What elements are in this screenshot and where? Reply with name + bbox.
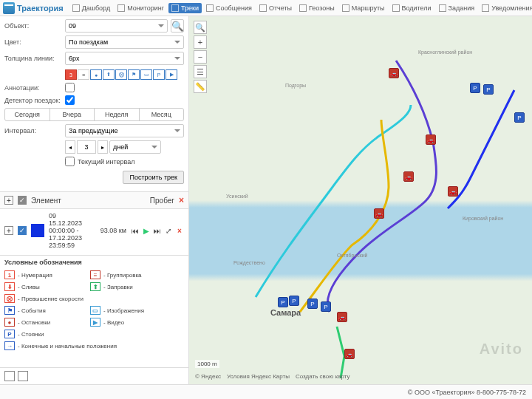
nav-notifications[interactable]: Уведомления [479, 3, 532, 13]
legend-icon: ⚑ [4, 306, 15, 315]
tab-today[interactable]: Сегодня [5, 109, 50, 120]
interval-decrease-button[interactable]: ◂ [65, 140, 75, 154]
logo: Траектория [3, 2, 64, 14]
watermark: Avito [480, 341, 523, 358]
parking-marker[interactable]: P [321, 301, 331, 312]
marker-toggle-speed[interactable]: ⨂ [115, 69, 127, 80]
legend-label: - Стоянки [18, 331, 44, 338]
build-track-button[interactable]: Построить трек [123, 171, 184, 184]
yandex-terms-link[interactable]: Условия Яндекс Карты [227, 373, 290, 380]
marker-toggle-grouping[interactable]: ≡ [78, 69, 89, 80]
legend-item: ≡- Группировка [90, 270, 171, 279]
nav-geozones[interactable]: Геозоны [296, 3, 338, 13]
object-search-button[interactable]: 🔍 [171, 19, 184, 33]
legend-item: 1- Нумерация [4, 270, 86, 279]
expand-all-button[interactable]: + [4, 196, 13, 205]
car-marker[interactable]: 🚗 [426, 134, 436, 145]
track-next-button[interactable]: ⏭ [153, 226, 162, 235]
parking-marker[interactable]: P [307, 299, 318, 309]
marker-toggle-images[interactable]: ▭ [140, 69, 152, 80]
legend-icon: ≡ [90, 270, 100, 279]
car-marker[interactable]: 🚗 [403, 171, 414, 182]
track-distance: 93.08 км [100, 227, 126, 234]
tab-month[interactable]: Месяц [140, 109, 184, 120]
marker-toggle-refuel[interactable]: ⬆ [103, 69, 115, 80]
current-interval-checkbox[interactable] [65, 157, 75, 166]
track-checkbox[interactable]: ✓ [18, 226, 27, 235]
tab-week[interactable]: Неделя [95, 109, 140, 120]
nav-reports[interactable]: Отчеты [256, 3, 295, 13]
district-label: Подгоры [285, 83, 306, 88]
messages-icon [206, 4, 214, 12]
marker-toggle-video[interactable]: ▶ [166, 69, 177, 80]
annotations-checkbox[interactable] [65, 83, 75, 92]
marker-toggle-parking[interactable]: P [153, 69, 165, 80]
nav-tracks[interactable]: Треки [168, 3, 202, 13]
city-label: Самара [270, 308, 301, 317]
track-fit-button[interactable]: ⤢ [164, 226, 173, 235]
interval-mode-select[interactable]: За предыдущие [65, 124, 184, 137]
annotations-label: Аннотации: [4, 84, 62, 92]
track-expand-button[interactable]: + [4, 226, 13, 235]
nav-routes[interactable]: Маршруты [339, 3, 388, 13]
logo-text: Траектория [17, 4, 64, 13]
nav-tasks[interactable]: Задания [436, 3, 478, 13]
map-scale: 1000 m [195, 360, 219, 368]
reports-icon [259, 4, 267, 12]
interval-increase-button[interactable]: ▸ [98, 140, 108, 154]
nav-drivers[interactable]: Водители [389, 3, 434, 13]
parking-marker[interactable]: P [289, 296, 299, 306]
track-remove-button[interactable]: × [175, 226, 184, 235]
legend-icon: P [4, 330, 15, 338]
monitoring-icon [117, 4, 125, 12]
thickness-select[interactable]: 6px [65, 52, 184, 65]
yandex-create-link[interactable]: Создать свою карту [296, 373, 350, 380]
legend-item: ⨂- Превышение скорости [4, 294, 126, 303]
car-marker[interactable]: 🚗 [448, 186, 458, 197]
interval-unit-select[interactable]: дней [109, 140, 161, 154]
trip-detector-checkbox[interactable] [65, 95, 75, 105]
marker-toggle-numbering[interactable]: 3 [65, 69, 77, 80]
car-marker[interactable]: 🚗 [344, 349, 355, 359]
nav-monitoring[interactable]: Мониторинг [115, 3, 167, 13]
legend-label: - Остановки [18, 319, 50, 326]
sidebar-layout-list-button[interactable] [4, 371, 15, 381]
nav-dashboard[interactable]: Дашборд [69, 3, 114, 13]
track-prev-button[interactable]: ⏮ [131, 226, 140, 235]
legend-item: ●- Остановки [4, 318, 86, 327]
interval-value-input[interactable] [77, 140, 96, 154]
marker-toggle-stops[interactable]: ● [90, 69, 102, 80]
track-color-swatch [31, 224, 44, 237]
sidebar-layout-grid-button[interactable] [18, 371, 28, 381]
parking-marker[interactable]: P [470, 83, 480, 93]
legend-label: - Нумерация [18, 272, 52, 279]
legend-label: - Сливы [18, 284, 40, 290]
legend-icon: → [4, 341, 15, 350]
object-label: Объект: [4, 22, 62, 30]
legend-label: - Видео [103, 319, 124, 326]
routes-icon [342, 4, 349, 12]
car-marker[interactable]: 🚗 [337, 312, 347, 322]
track-form: Объект: 09 🔍 Цвет: По поездкам Толщина л… [0, 16, 188, 187]
parking-marker[interactable]: P [483, 84, 494, 95]
track-play-button[interactable]: ▶ [142, 226, 151, 235]
legend-icon: 1 [4, 270, 15, 279]
marker-toggle-events[interactable]: ⚑ [128, 69, 140, 80]
thickness-label: Толщина линии: [4, 55, 62, 62]
legend-item: P- Стоянки [4, 330, 86, 338]
color-select[interactable]: По поездкам [65, 35, 184, 49]
select-all-checkbox[interactable]: ✓ [18, 196, 27, 205]
nav-messages[interactable]: Сообщения [203, 3, 255, 13]
car-marker[interactable]: 🚗 [389, 68, 399, 78]
car-marker[interactable]: 🚗 [374, 208, 384, 219]
tab-yesterday[interactable]: Вчера [50, 109, 95, 120]
drivers-icon [392, 4, 400, 12]
current-interval-label: Текущий интервал [78, 158, 134, 166]
tracks-table-header: + ✓ Элемент Пробег × [0, 191, 188, 209]
parking-marker[interactable]: P [514, 112, 525, 123]
parking-marker[interactable]: P [278, 297, 288, 307]
clear-tracks-button[interactable]: × [179, 195, 184, 205]
map-viewport[interactable]: 🔍 + − ☰ 📏 Самара Красноглинский район Ки… [189, 16, 532, 384]
object-select[interactable]: 09 [65, 19, 168, 33]
sidebar-footer [0, 367, 188, 384]
